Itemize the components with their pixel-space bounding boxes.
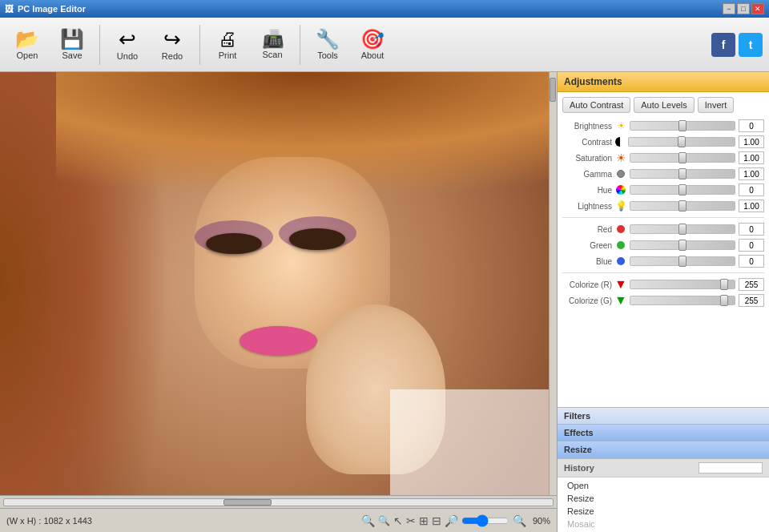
zoom-in-icon[interactable]: 🔍 [361, 514, 375, 527]
filters-panel: Filters Effects Resize History Open Resi… [558, 407, 769, 532]
hscroll-track[interactable] [3, 498, 554, 506]
auto-contrast-button[interactable]: Auto Contrast [562, 97, 630, 113]
history-section: History Open Resize Resize Mosaic [558, 458, 769, 532]
app-icon: 🖼 [5, 4, 14, 14]
zoom-out-icon[interactable]: 🔍 [378, 515, 390, 526]
hue-icon [615, 184, 626, 195]
red-thumb[interactable] [678, 224, 686, 235]
history-header: History [558, 459, 769, 478]
auto-levels-button[interactable]: Auto Levels [634, 97, 694, 113]
blue-row: Blue 0 [562, 255, 764, 268]
toolbar-separator-3 [300, 25, 300, 65]
gamma-value: 1.00 [739, 167, 764, 180]
open-button[interactable]: 📂 Open [6, 22, 48, 68]
maximize-button[interactable]: □ [737, 3, 750, 14]
about-icon: 🎯 [360, 30, 384, 49]
undo-icon: ↩ [119, 29, 136, 50]
toolbar-separator-2 [199, 25, 200, 65]
zoom-plus-icon[interactable]: 🔍 [513, 514, 526, 527]
window-controls: − □ ✕ [723, 3, 764, 14]
tools-label: Tools [317, 50, 338, 60]
canvas-area: (W x H) : 1082 x 1443 🔍 🔍 ↖ ✂ ⊞ ⊟ 🔎 🔍 90… [0, 72, 557, 532]
red-track[interactable] [630, 224, 735, 234]
brightness-track[interactable] [630, 121, 735, 131]
contrast-track[interactable] [628, 137, 735, 147]
filters-title: Filters [564, 411, 590, 421]
colorize-g-row: Colorize (G) ▼ 255 [562, 294, 764, 307]
vscroll-thumb[interactable] [550, 78, 556, 102]
adjustments-content: Auto Contrast Auto Levels Invert Brightn… [558, 92, 769, 315]
brightness-label: Brightness [562, 122, 612, 131]
contrast-thumb[interactable] [678, 136, 686, 147]
gamma-thumb[interactable] [678, 168, 686, 179]
lightness-thumb[interactable] [678, 200, 686, 212]
minimize-button[interactable]: − [723, 3, 735, 14]
hscroll-thumb[interactable] [223, 499, 272, 506]
vertical-scrollbar[interactable] [549, 72, 557, 495]
history-item-mosaic[interactable]: Mosaic [558, 518, 769, 530]
adjustments-panel: Adjustments Auto Contrast Auto Levels In… [558, 72, 769, 407]
brightness-thumb[interactable] [678, 120, 686, 131]
blue-thumb[interactable] [678, 256, 686, 267]
scan-label: Scan [262, 50, 282, 59]
contrast-row: Contrast 1.00 [562, 135, 764, 148]
lips-decor [240, 326, 317, 356]
hue-track[interactable] [630, 185, 735, 195]
close-button[interactable]: ✕ [751, 3, 764, 14]
zoom-slider[interactable] [461, 515, 509, 526]
horizontal-scrollbar[interactable] [0, 495, 557, 508]
hue-row: Hue 0 [562, 183, 764, 196]
canvas-container[interactable] [0, 72, 557, 495]
green-track[interactable] [630, 240, 735, 250]
tools-icon: 🔧 [316, 30, 340, 49]
lightness-track[interactable] [630, 201, 735, 211]
colorize-r-thumb[interactable] [720, 279, 728, 290]
hue-label: Hue [562, 186, 612, 195]
green-value: 0 [739, 239, 764, 252]
facebook-button[interactable]: f [711, 33, 735, 57]
colorize-g-track[interactable] [630, 296, 735, 305]
hue-thumb[interactable] [678, 184, 686, 195]
save-button[interactable]: 💾 Save [51, 22, 93, 68]
gamma-icon [615, 168, 626, 179]
colorize-g-thumb[interactable] [720, 295, 728, 306]
grid-icon[interactable]: ⊞ [419, 514, 429, 527]
filters-header[interactable]: Filters [558, 408, 769, 425]
saturation-icon: ☀ [615, 152, 626, 163]
history-item-open[interactable]: Open [558, 479, 769, 492]
green-label: Green [562, 241, 612, 250]
about-button[interactable]: 🎯 About [352, 22, 393, 68]
zoom-percent: 90% [533, 516, 550, 526]
twitter-button[interactable]: t [739, 33, 763, 57]
adjustments-header: Adjustments [558, 72, 769, 92]
colorize-r-value: 255 [739, 278, 764, 291]
gamma-track[interactable] [630, 169, 735, 179]
invert-button[interactable]: Invert [698, 97, 735, 113]
gamma-label: Gamma [562, 170, 612, 179]
print-button[interactable]: 🖨 Print [207, 22, 248, 68]
brightness-value: 0 [739, 119, 764, 132]
green-thumb[interactable] [678, 240, 686, 251]
statusbar: (W x H) : 1082 x 1443 🔍 🔍 ↖ ✂ ⊞ ⊟ 🔎 🔍 90… [0, 508, 557, 532]
adjustments-title: Adjustments [564, 76, 622, 87]
redo-button[interactable]: ↪ Redo [151, 22, 193, 68]
scan-button[interactable]: 📠 Scan [252, 22, 293, 68]
grid2-icon[interactable]: ⊟ [432, 514, 441, 527]
redo-icon: ↪ [163, 29, 181, 50]
history-search[interactable] [699, 462, 763, 474]
select-icon[interactable]: ↖ [393, 514, 403, 527]
crop-icon[interactable]: ✂ [406, 514, 416, 527]
blue-track[interactable] [630, 256, 735, 266]
saturation-track[interactable] [630, 153, 735, 163]
colorize-r-track[interactable] [630, 280, 735, 289]
history-item-resize1[interactable]: Resize [558, 492, 769, 505]
effects-header[interactable]: Effects [558, 425, 769, 441]
undo-button[interactable]: ↩ Undo [107, 22, 148, 68]
saturation-thumb[interactable] [678, 152, 686, 163]
history-item-resize2[interactable]: Resize [558, 505, 769, 518]
colorize-r-row: Colorize (R) ▼ 255 [562, 278, 764, 291]
adjustment-top-buttons: Auto Contrast Auto Levels Invert [562, 97, 764, 113]
resize-header[interactable]: Resize [558, 441, 769, 458]
zoom-icon[interactable]: 🔎 [445, 514, 458, 527]
tools-button[interactable]: 🔧 Tools [307, 22, 348, 68]
